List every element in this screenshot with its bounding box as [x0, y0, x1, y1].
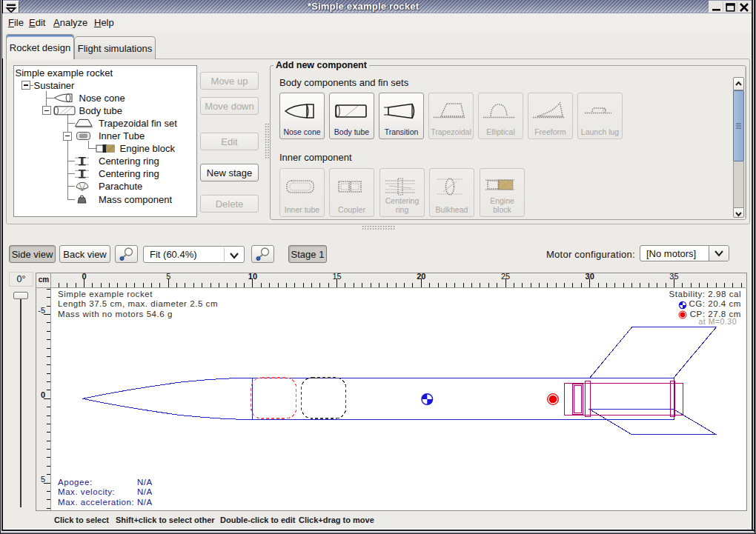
- svg-text:Parachute: Parachute: [99, 181, 142, 192]
- svg-text:-5: -5: [38, 306, 45, 315]
- svg-text:0: 0: [82, 273, 86, 281]
- svg-text:20: 20: [417, 273, 425, 281]
- svg-text:Trapezoidal fin set: Trapezoidal fin set: [99, 118, 177, 129]
- svg-text:Centering ring: Centering ring: [99, 168, 159, 179]
- svg-text:Inner Tube: Inner Tube: [99, 130, 145, 141]
- svg-text:25: 25: [501, 273, 510, 281]
- svg-text:10: 10: [248, 273, 257, 281]
- svg-text:Body tube: Body tube: [79, 105, 123, 116]
- svg-text:Centering ring: Centering ring: [99, 156, 159, 167]
- svg-text:cm: cm: [39, 276, 50, 284]
- svg-text:Nose cone: Nose cone: [79, 93, 125, 104]
- svg-text:5: 5: [166, 273, 170, 281]
- svg-text:0: 0: [41, 390, 45, 399]
- svg-text:30: 30: [586, 273, 594, 281]
- svg-text:Engine block: Engine block: [120, 143, 176, 154]
- svg-text:Mass component: Mass component: [99, 194, 172, 205]
- svg-text:Simple example rocket: Simple example rocket: [16, 67, 113, 79]
- svg-text:5: 5: [41, 475, 45, 484]
- svg-text:15: 15: [332, 273, 341, 281]
- svg-text:Sustainer: Sustainer: [34, 80, 76, 91]
- svg-text:35: 35: [669, 273, 678, 281]
